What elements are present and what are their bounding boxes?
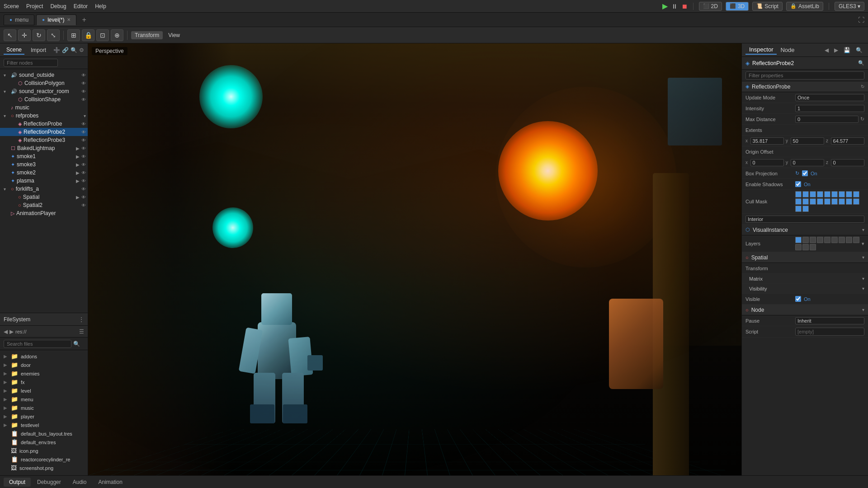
pivot-button[interactable]: ⊕ bbox=[111, 29, 123, 41]
cull-cell-1[interactable] bbox=[795, 191, 802, 197]
scale-tool-button[interactable]: ⤡ bbox=[47, 29, 60, 41]
viewport[interactable]: Perspective bbox=[88, 43, 741, 475]
cull-cell-7[interactable] bbox=[839, 191, 845, 197]
fs-forward-button[interactable]: ▶ bbox=[9, 328, 14, 335]
pause-button[interactable]: ⏸ bbox=[671, 3, 678, 10]
matrix-subsection[interactable]: Matrix ▾ bbox=[742, 274, 868, 284]
menu-scene[interactable]: Scene bbox=[4, 3, 19, 9]
cull-cell-6[interactable] bbox=[831, 191, 838, 197]
fs-item-default-env[interactable]: 📋 default_env.tres bbox=[0, 438, 88, 446]
cull-cell-20[interactable] bbox=[802, 206, 809, 212]
group-button[interactable]: ⊡ bbox=[96, 29, 109, 41]
transform-label[interactable]: Transform bbox=[131, 31, 163, 39]
intensity-input[interactable] bbox=[795, 105, 864, 112]
vis-btn-sound-outside[interactable]: 👁 bbox=[81, 73, 86, 78]
vis-btn-rp1[interactable]: 👁 bbox=[81, 122, 86, 127]
cull-cell-16[interactable] bbox=[839, 198, 845, 205]
tree-item-plasma[interactable]: ✦ plasma ▶ 👁 bbox=[0, 177, 88, 185]
vis-btn-smoke3[interactable]: 👁 bbox=[81, 162, 86, 167]
gles-badge[interactable]: GLES3 ▾ bbox=[835, 2, 864, 11]
fs-item-testlevel[interactable]: ▶ 📁 testlevel bbox=[0, 421, 88, 429]
tab-close-button[interactable]: ✕ bbox=[67, 17, 71, 22]
layers-expand[interactable]: ▾ bbox=[862, 241, 864, 247]
fs-item-addons[interactable]: ▶ 📁 addons bbox=[0, 352, 88, 361]
cull-cell-17[interactable] bbox=[846, 198, 852, 205]
update-mode-select[interactable]: OnceAlways bbox=[795, 94, 864, 101]
vis-btn-collision-shape[interactable]: 👁 bbox=[81, 97, 86, 102]
menu-help[interactable]: Help bbox=[95, 3, 106, 9]
tree-item-rp3[interactable]: ◈ ReflectionProbe3 👁 bbox=[0, 136, 88, 144]
stop-button[interactable]: ⏹ bbox=[681, 3, 688, 10]
cull-cell-5[interactable] bbox=[824, 191, 830, 197]
tree-item-rp1[interactable]: ◈ ReflectionProbe 👁 bbox=[0, 120, 88, 128]
cull-cell-3[interactable] bbox=[810, 191, 816, 197]
tree-item-sound-outside[interactable]: ▾ 🔊 sound_outside 👁 bbox=[0, 71, 88, 79]
layer-cell-7[interactable] bbox=[839, 237, 845, 243]
vis-btn-smoke2[interactable]: 👁 bbox=[81, 170, 86, 175]
filter-nodes-input[interactable] bbox=[4, 59, 58, 67]
fs-layout-button[interactable]: ☰ bbox=[79, 328, 84, 335]
vis-btn-plasma[interactable]: 👁 bbox=[81, 178, 86, 183]
fullscreen-button[interactable]: ⛶ bbox=[858, 16, 868, 23]
max-distance-refresh[interactable]: ↻ bbox=[860, 116, 864, 122]
origin-x-input[interactable] bbox=[750, 159, 784, 166]
tree-item-rp2[interactable]: ◈ ReflectionProbe2 👁 bbox=[0, 128, 88, 136]
vis-btn-smoke1[interactable]: 👁 bbox=[81, 154, 86, 159]
inspector-history-back[interactable]: ◀ bbox=[823, 46, 830, 54]
fs-item-screenshot[interactable]: 🖼 screenshot.png bbox=[0, 464, 88, 472]
tree-item-sound-reactor[interactable]: ▾ 🔊 sound_reactor_room 👁 bbox=[0, 87, 88, 95]
spatial-section-header[interactable]: ○ Spatial ▾ bbox=[742, 252, 868, 263]
mode-3d-button[interactable]: ⬛ 3D bbox=[726, 2, 749, 11]
select-tool-button[interactable]: ↖ bbox=[4, 29, 16, 41]
cull-cell-18[interactable] bbox=[853, 198, 859, 205]
layer-cell-12[interactable] bbox=[810, 244, 816, 250]
menu-editor[interactable]: Editor bbox=[74, 3, 88, 9]
cull-cell-8[interactable] bbox=[846, 191, 852, 197]
inspector-tab[interactable]: Inspector bbox=[745, 45, 777, 55]
fs-item-menu[interactable]: ▶ 📁 menu bbox=[0, 395, 88, 404]
cull-cell-2[interactable] bbox=[802, 191, 809, 197]
scene-panel-tab[interactable]: Scene bbox=[4, 46, 24, 55]
inspector-history-forward[interactable]: ▶ bbox=[832, 46, 840, 54]
extents-z-input[interactable] bbox=[831, 137, 864, 145]
rp-refresh[interactable]: ↻ bbox=[861, 84, 864, 89]
cull-cell-14[interactable] bbox=[824, 198, 830, 205]
cull-cell-10[interactable] bbox=[795, 198, 802, 205]
cull-cell-19[interactable] bbox=[795, 206, 802, 212]
link-node-button[interactable]: 🔗 bbox=[62, 47, 69, 53]
play-button[interactable]: ▶ bbox=[662, 2, 668, 10]
view-label[interactable]: View bbox=[165, 31, 184, 39]
extents-y-input[interactable] bbox=[791, 137, 824, 145]
origin-z-input[interactable] bbox=[831, 159, 864, 166]
layer-cell-3[interactable] bbox=[810, 237, 816, 243]
search-node-button[interactable]: 🔍 bbox=[71, 47, 77, 53]
pause-select[interactable]: InheritStopProcess bbox=[795, 317, 864, 324]
origin-y-input[interactable] bbox=[791, 159, 824, 166]
fs-item-icon[interactable]: 🖼 icon.png bbox=[0, 446, 88, 455]
vis-btn-sound-reactor[interactable]: 👁 bbox=[81, 89, 86, 94]
import-panel-tab[interactable]: Import bbox=[28, 46, 49, 54]
cull-cell-12[interactable] bbox=[810, 198, 816, 205]
tree-item-smoke2[interactable]: ✦ smoke2 ▶ 👁 bbox=[0, 169, 88, 177]
tab-add-button[interactable]: + bbox=[78, 14, 90, 26]
fs-item-enemies[interactable]: ▶ 📁 enemies bbox=[0, 369, 88, 378]
fs-item-music[interactable]: ▶ 📁 music bbox=[0, 404, 88, 412]
box-projection-refresh[interactable]: ↻ bbox=[795, 170, 799, 176]
rotate-tool-button[interactable]: ↻ bbox=[33, 29, 45, 41]
layer-cell-9[interactable] bbox=[853, 237, 859, 243]
tree-item-smoke1[interactable]: ✦ smoke1 ▶ 👁 bbox=[0, 152, 88, 160]
layer-cell-8[interactable] bbox=[846, 237, 852, 243]
mode-assetlib-button[interactable]: 🔒 AssetLib bbox=[786, 2, 823, 11]
vis-btn-refprobes[interactable]: ▾ bbox=[84, 113, 86, 118]
visibility-subsection[interactable]: Visibility ▾ bbox=[742, 284, 868, 294]
fs-item-door[interactable]: ▶ 📁 door bbox=[0, 361, 88, 369]
layer-cell-5[interactable] bbox=[824, 237, 830, 243]
tree-item-forklifts[interactable]: ▾ ○ forklifts_a 👁 bbox=[0, 185, 88, 193]
tab-menu[interactable]: ● menu bbox=[4, 14, 34, 25]
tree-item-spatial2[interactable]: ○ Spatial2 👁 bbox=[0, 201, 88, 209]
menu-project[interactable]: Project bbox=[26, 3, 43, 9]
tree-item-smoke3[interactable]: ✦ smoke3 ▶ 👁 bbox=[0, 160, 88, 169]
cull-cell-13[interactable] bbox=[817, 198, 823, 205]
vis-btn-bakedlightmap[interactable]: 👁 bbox=[81, 146, 86, 151]
filesystem-menu-button[interactable]: ⋮ bbox=[79, 316, 84, 323]
